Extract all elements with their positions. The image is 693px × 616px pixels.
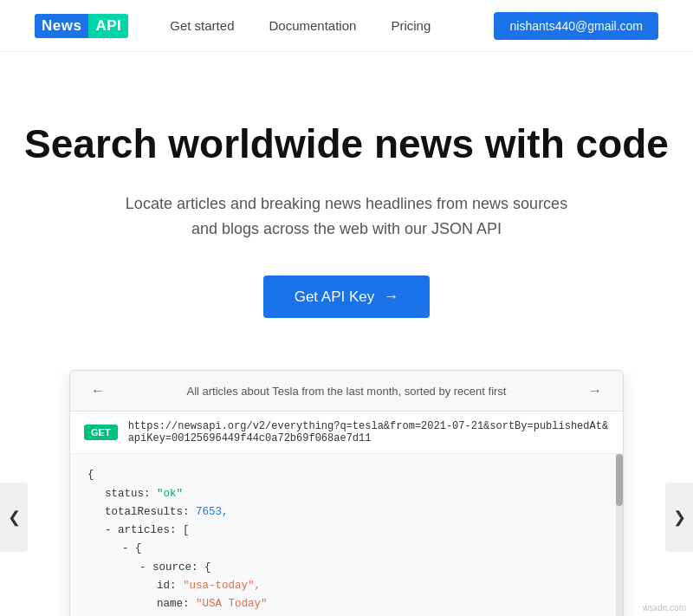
logo-api: API xyxy=(88,14,128,38)
json-line-articles: - articles: [ xyxy=(87,522,606,540)
signin-button[interactable]: nishants440@gmail.com xyxy=(494,12,658,40)
browser-back-button[interactable]: ← xyxy=(84,379,112,402)
scrollbar-thumb[interactable] xyxy=(616,454,623,506)
request-url: https://newsapi.org/v2/everything?q=tesl… xyxy=(128,420,609,444)
logo-news: News xyxy=(35,14,88,38)
json-line-source-name: name: "USA Today" xyxy=(87,595,606,613)
hero-subtitle: Locate articles and breaking news headli… xyxy=(121,191,572,242)
json-line-source: - source: { xyxy=(87,559,606,577)
cta-button[interactable]: Get API Key → xyxy=(263,276,431,318)
browser-back-icon: ← xyxy=(91,383,105,398)
nav-link-pricing[interactable]: Pricing xyxy=(391,18,431,33)
navbar-left: NewsAPI Get started Documentation Pricin… xyxy=(35,14,431,38)
watermark: wsxdn.com xyxy=(643,603,686,613)
response-body[interactable]: { status: "ok" totalResults: 7653, - art… xyxy=(70,454,623,616)
json-line-status: status: "ok" xyxy=(87,485,606,503)
browser-forward-icon: → xyxy=(588,383,602,398)
demo-browser: ← All articles about Tesla from the last… xyxy=(69,370,624,616)
nav-links: Get started Documentation Pricing xyxy=(170,18,431,33)
browser-title: All articles about Tesla from the last m… xyxy=(112,385,581,398)
hero-title: Search worldwide news with code xyxy=(17,121,676,167)
carousel-left-arrow[interactable]: ❮ xyxy=(0,483,28,552)
json-line-source-id: id: "usa-today", xyxy=(87,577,606,595)
request-bar: GET https://newsapi.org/v2/everything?q=… xyxy=(70,412,623,454)
carousel-right-arrow[interactable]: ❯ xyxy=(665,483,693,552)
browser-bar: ← All articles about Tesla from the last… xyxy=(70,371,623,412)
left-arrow-icon: ❮ xyxy=(8,508,21,527)
json-line-item: - { xyxy=(87,540,606,558)
cta-label: Get API Key xyxy=(295,289,375,306)
nav-link-documentation[interactable]: Documentation xyxy=(269,18,356,33)
navbar: NewsAPI Get started Documentation Pricin… xyxy=(0,0,693,52)
json-line-open-brace: { xyxy=(87,466,606,484)
get-badge: GET xyxy=(84,425,118,440)
json-line-totalresults: totalResults: 7653, xyxy=(87,503,606,522)
scrollbar-track xyxy=(616,454,623,616)
nav-link-get-started[interactable]: Get started xyxy=(170,18,234,33)
cta-arrow-icon: → xyxy=(383,288,398,306)
logo[interactable]: NewsAPI xyxy=(35,14,128,38)
demo-wrapper: ❮ ← All articles about Tesla from the la… xyxy=(0,370,693,616)
demo-section: ❮ ← All articles about Tesla from the la… xyxy=(0,370,693,616)
browser-forward-button[interactable]: → xyxy=(581,379,609,402)
hero-section: Search worldwide news with code Locate a… xyxy=(0,52,693,370)
right-arrow-icon: ❯ xyxy=(673,508,686,527)
